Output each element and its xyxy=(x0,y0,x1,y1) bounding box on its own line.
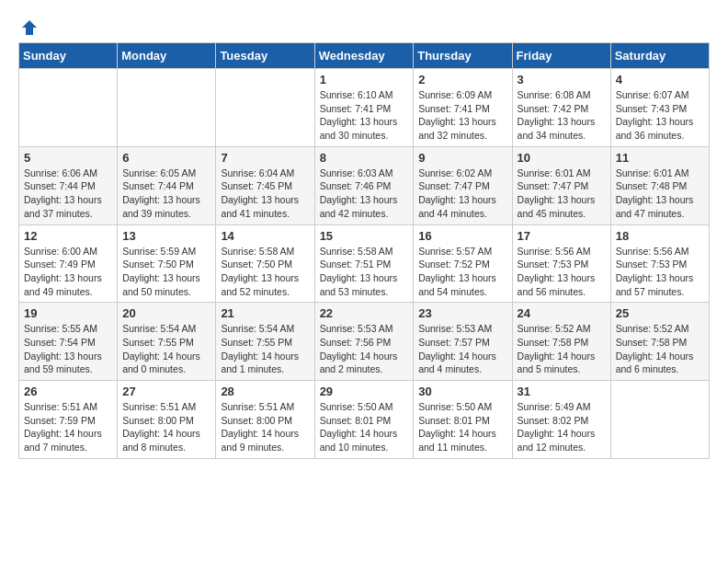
calendar-cell: 12Sunrise: 6:00 AM Sunset: 7:49 PM Dayli… xyxy=(19,224,118,303)
day-info: Sunrise: 5:59 AM Sunset: 7:50 PM Dayligh… xyxy=(122,245,210,299)
day-info: Sunrise: 6:04 AM Sunset: 7:45 PM Dayligh… xyxy=(221,167,309,221)
day-number: 11 xyxy=(616,151,704,165)
calendar-cell: 22Sunrise: 5:53 AM Sunset: 7:56 PM Dayli… xyxy=(314,303,414,381)
calendar-cell: 28Sunrise: 5:51 AM Sunset: 8:00 PM Dayli… xyxy=(216,381,314,459)
day-number: 7 xyxy=(221,151,309,165)
day-info: Sunrise: 5:51 AM Sunset: 7:59 PM Dayligh… xyxy=(24,400,112,454)
day-number: 3 xyxy=(518,73,606,86)
svg-marker-0 xyxy=(22,20,37,35)
calendar-cell: 3Sunrise: 6:08 AM Sunset: 7:42 PM Daylig… xyxy=(512,69,610,147)
day-info: Sunrise: 5:51 AM Sunset: 8:00 PM Dayligh… xyxy=(122,400,210,454)
calendar-body: 1Sunrise: 6:10 AM Sunset: 7:41 PM Daylig… xyxy=(19,69,710,459)
weekday-header-tuesday: Tuesday xyxy=(216,43,314,69)
day-info: Sunrise: 6:00 AM Sunset: 7:49 PM Dayligh… xyxy=(24,245,112,299)
day-info: Sunrise: 5:52 AM Sunset: 7:58 PM Dayligh… xyxy=(518,322,606,376)
weekday-header-monday: Monday xyxy=(118,43,216,69)
day-number: 18 xyxy=(616,229,704,243)
day-number: 13 xyxy=(122,229,210,243)
day-number: 1 xyxy=(320,73,409,86)
day-info: Sunrise: 5:52 AM Sunset: 7:58 PM Dayligh… xyxy=(616,322,704,376)
calendar-cell: 30Sunrise: 5:50 AM Sunset: 8:01 PM Dayli… xyxy=(414,381,512,459)
day-number: 28 xyxy=(221,385,309,398)
day-number: 5 xyxy=(24,151,112,165)
calendar-cell: 27Sunrise: 5:51 AM Sunset: 8:00 PM Dayli… xyxy=(118,381,216,459)
calendar-cell: 11Sunrise: 6:01 AM Sunset: 7:48 PM Dayli… xyxy=(610,146,709,224)
day-number: 4 xyxy=(616,73,704,86)
day-info: Sunrise: 6:01 AM Sunset: 7:48 PM Dayligh… xyxy=(616,167,704,221)
calendar-week-row: 12Sunrise: 6:00 AM Sunset: 7:49 PM Dayli… xyxy=(19,224,710,303)
calendar-cell: 20Sunrise: 5:54 AM Sunset: 7:55 PM Dayli… xyxy=(118,303,216,381)
day-number: 19 xyxy=(24,306,112,320)
calendar-cell: 2Sunrise: 6:09 AM Sunset: 7:41 PM Daylig… xyxy=(414,69,512,147)
calendar-cell: 17Sunrise: 5:56 AM Sunset: 7:53 PM Dayli… xyxy=(512,224,610,303)
day-info: Sunrise: 5:56 AM Sunset: 7:53 PM Dayligh… xyxy=(518,245,606,299)
day-info: Sunrise: 6:10 AM Sunset: 7:41 PM Dayligh… xyxy=(320,88,409,143)
calendar-week-row: 5Sunrise: 6:06 AM Sunset: 7:44 PM Daylig… xyxy=(19,146,710,224)
calendar-cell: 10Sunrise: 6:01 AM Sunset: 7:47 PM Dayli… xyxy=(512,146,610,224)
day-number: 10 xyxy=(518,151,606,165)
calendar-cell: 19Sunrise: 5:55 AM Sunset: 7:54 PM Dayli… xyxy=(19,303,118,381)
day-info: Sunrise: 5:57 AM Sunset: 7:52 PM Dayligh… xyxy=(418,245,506,299)
calendar-week-row: 26Sunrise: 5:51 AM Sunset: 7:59 PM Dayli… xyxy=(19,381,710,459)
day-info: Sunrise: 5:53 AM Sunset: 7:56 PM Dayligh… xyxy=(320,322,409,376)
day-info: Sunrise: 6:01 AM Sunset: 7:47 PM Dayligh… xyxy=(518,167,606,221)
calendar-cell xyxy=(610,381,709,459)
day-number: 14 xyxy=(221,229,309,243)
calendar-cell xyxy=(216,69,314,147)
day-info: Sunrise: 5:53 AM Sunset: 7:57 PM Dayligh… xyxy=(418,322,506,376)
day-number: 20 xyxy=(122,306,210,320)
day-info: Sunrise: 5:50 AM Sunset: 8:01 PM Dayligh… xyxy=(320,400,409,454)
calendar-cell: 13Sunrise: 5:59 AM Sunset: 7:50 PM Dayli… xyxy=(118,224,216,303)
calendar-cell: 4Sunrise: 6:07 AM Sunset: 7:43 PM Daylig… xyxy=(610,69,709,147)
day-number: 2 xyxy=(418,73,506,86)
calendar-table: SundayMondayTuesdayWednesdayThursdayFrid… xyxy=(18,42,710,459)
day-number: 29 xyxy=(320,385,409,398)
day-info: Sunrise: 6:09 AM Sunset: 7:41 PM Dayligh… xyxy=(418,88,506,143)
calendar-header-row: SundayMondayTuesdayWednesdayThursdayFrid… xyxy=(19,43,710,69)
calendar-cell: 21Sunrise: 5:54 AM Sunset: 7:55 PM Dayli… xyxy=(216,303,314,381)
calendar-cell: 15Sunrise: 5:58 AM Sunset: 7:51 PM Dayli… xyxy=(314,224,414,303)
day-info: Sunrise: 5:49 AM Sunset: 8:02 PM Dayligh… xyxy=(518,400,606,454)
day-info: Sunrise: 5:55 AM Sunset: 7:54 PM Dayligh… xyxy=(24,322,112,376)
calendar-cell: 14Sunrise: 5:58 AM Sunset: 7:50 PM Dayli… xyxy=(216,224,314,303)
calendar-week-row: 19Sunrise: 5:55 AM Sunset: 7:54 PM Dayli… xyxy=(19,303,710,381)
weekday-header-wednesday: Wednesday xyxy=(314,43,414,69)
calendar-cell: 31Sunrise: 5:49 AM Sunset: 8:02 PM Dayli… xyxy=(512,381,610,459)
day-info: Sunrise: 5:51 AM Sunset: 8:00 PM Dayligh… xyxy=(221,400,309,454)
day-number: 31 xyxy=(518,385,606,398)
calendar-cell: 8Sunrise: 6:03 AM Sunset: 7:46 PM Daylig… xyxy=(314,146,414,224)
day-number: 27 xyxy=(122,385,210,398)
day-number: 22 xyxy=(320,306,409,320)
calendar-cell: 26Sunrise: 5:51 AM Sunset: 7:59 PM Dayli… xyxy=(19,381,118,459)
day-info: Sunrise: 5:54 AM Sunset: 7:55 PM Dayligh… xyxy=(221,322,309,376)
day-info: Sunrise: 5:56 AM Sunset: 7:53 PM Dayligh… xyxy=(616,245,704,299)
day-number: 24 xyxy=(518,306,606,320)
calendar-cell: 18Sunrise: 5:56 AM Sunset: 7:53 PM Dayli… xyxy=(610,224,709,303)
calendar-cell: 16Sunrise: 5:57 AM Sunset: 7:52 PM Dayli… xyxy=(414,224,512,303)
day-number: 8 xyxy=(320,151,409,165)
day-info: Sunrise: 6:08 AM Sunset: 7:42 PM Dayligh… xyxy=(518,88,606,143)
day-info: Sunrise: 5:54 AM Sunset: 7:55 PM Dayligh… xyxy=(122,322,210,376)
day-number: 6 xyxy=(122,151,210,165)
calendar-cell: 5Sunrise: 6:06 AM Sunset: 7:44 PM Daylig… xyxy=(19,146,118,224)
day-number: 25 xyxy=(616,306,704,320)
calendar-cell: 9Sunrise: 6:02 AM Sunset: 7:47 PM Daylig… xyxy=(414,146,512,224)
weekday-header-sunday: Sunday xyxy=(19,43,118,69)
calendar-cell xyxy=(19,69,118,147)
calendar-cell: 24Sunrise: 5:52 AM Sunset: 7:58 PM Dayli… xyxy=(512,303,610,381)
day-info: Sunrise: 6:05 AM Sunset: 7:44 PM Dayligh… xyxy=(122,167,210,221)
calendar-cell: 7Sunrise: 6:04 AM Sunset: 7:45 PM Daylig… xyxy=(216,146,314,224)
calendar-cell: 29Sunrise: 5:50 AM Sunset: 8:01 PM Dayli… xyxy=(314,381,414,459)
day-info: Sunrise: 5:58 AM Sunset: 7:50 PM Dayligh… xyxy=(221,245,309,299)
calendar-week-row: 1Sunrise: 6:10 AM Sunset: 7:41 PM Daylig… xyxy=(19,69,710,147)
day-number: 23 xyxy=(418,306,506,320)
page-header xyxy=(18,18,710,33)
day-info: Sunrise: 5:50 AM Sunset: 8:01 PM Dayligh… xyxy=(418,400,506,454)
day-info: Sunrise: 6:02 AM Sunset: 7:47 PM Dayligh… xyxy=(418,167,506,221)
day-info: Sunrise: 6:06 AM Sunset: 7:44 PM Dayligh… xyxy=(24,167,112,221)
day-info: Sunrise: 6:03 AM Sunset: 7:46 PM Dayligh… xyxy=(320,167,409,221)
calendar-cell: 25Sunrise: 5:52 AM Sunset: 7:58 PM Dayli… xyxy=(610,303,709,381)
logo xyxy=(18,18,39,33)
calendar-cell: 6Sunrise: 6:05 AM Sunset: 7:44 PM Daylig… xyxy=(118,146,216,224)
day-number: 21 xyxy=(221,306,309,320)
